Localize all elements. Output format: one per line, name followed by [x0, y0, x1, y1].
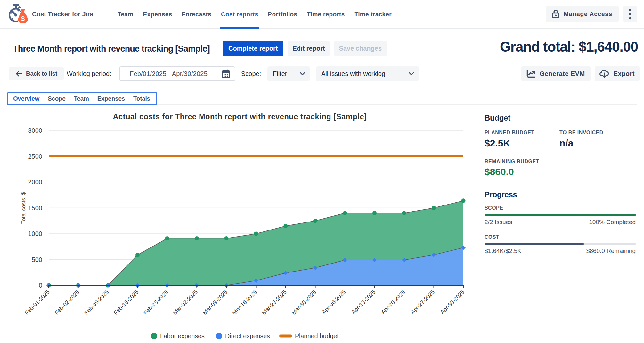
- scope-filter-select[interactable]: Filter: [267, 66, 310, 81]
- y-axis-tick-label: 2000: [28, 179, 43, 186]
- scope-progress-row: 2/2 Issues 100% Completed: [485, 219, 636, 226]
- labor-expenses-marker: [461, 198, 465, 203]
- x-axis-tick-label: Feb-01-2025: [24, 289, 51, 316]
- labor-expenses-marker: [372, 211, 377, 215]
- legend-label-labor: Labor expenses: [160, 332, 205, 339]
- scope-filter-value: Filter: [273, 70, 287, 78]
- cost-tracker-app: $ Cost Tracker for Jira Team Expenses Fo…: [0, 0, 644, 343]
- y-axis-title: Total costs, $: [20, 192, 27, 224]
- report-actions: Complete report Edit report Save changes: [223, 41, 387, 56]
- x-axis-tick-label: Apr-30-2025: [439, 289, 466, 315]
- planned-budget-label: PLANNED BUDGET: [485, 130, 534, 136]
- grand-total: Grand total: $1,640.00: [500, 38, 638, 55]
- y-axis-tick-label: 500: [32, 256, 42, 263]
- x-axis-tick-label: Apr-27-2025: [409, 289, 436, 315]
- manage-access-button[interactable]: Manage Access: [546, 6, 619, 22]
- labor-expenses-marker: [254, 231, 258, 236]
- cloud-download-icon: [599, 69, 609, 78]
- tabs-divider-line: [157, 104, 637, 105]
- lock-icon: [552, 10, 559, 18]
- tab-scope[interactable]: Scope: [44, 95, 70, 102]
- manage-access-label: Manage Access: [564, 11, 612, 18]
- chevron-down-icon: [300, 72, 305, 76]
- scope-issues-value: All issues with worklog: [321, 70, 385, 78]
- cost-chart-container: Actual costs for Three Month report with…: [0, 107, 480, 343]
- y-axis-tick-label: 1000: [28, 230, 43, 237]
- cost-progress-label: COST: [485, 234, 499, 240]
- legend-label-planned-budget: Planned budget: [295, 332, 339, 339]
- toolbar-right-actions: Generate EVM Export: [521, 66, 640, 81]
- labor-expenses-marker: [195, 236, 199, 240]
- line-chart-icon: [526, 70, 535, 78]
- legend-item-planned-budget[interactable]: Planned budget: [279, 332, 339, 339]
- back-to-list-label: Back to list: [26, 70, 57, 77]
- scope-progress-left: 2/2 Issues: [485, 219, 512, 226]
- x-axis-tick-label: Mar-16-2025: [231, 289, 258, 316]
- main-nav: Team Expenses Forecasts Cost reports Por…: [113, 0, 396, 29]
- svg-text:$: $: [21, 15, 25, 22]
- cost-progress-row: $1.64K/$2.5K $860.0 Remaining: [485, 247, 636, 255]
- labor-expenses-marker: [165, 236, 169, 240]
- progress-heading: Progress: [485, 190, 517, 199]
- legend-marker-planned-budget: [279, 335, 292, 338]
- tab-totals[interactable]: Totals: [129, 95, 154, 102]
- y-axis-tick-label: 0: [39, 282, 42, 289]
- x-axis-tick-label: Apr-06-2025: [321, 289, 347, 315]
- x-axis-tick-label: Feb-23-2025: [142, 289, 169, 316]
- grand-total-value: $1,640.00: [579, 39, 638, 55]
- app-logo-stopwatch-moneybag-icon: $: [9, 4, 29, 24]
- export-button[interactable]: Export: [595, 66, 640, 81]
- nav-item-team[interactable]: Team: [113, 0, 138, 29]
- report-header-row: Three Month report with revenue tracking…: [0, 40, 644, 57]
- save-changes-button[interactable]: Save changes: [334, 41, 387, 56]
- x-axis-tick-label: Mar-09-2025: [201, 289, 229, 316]
- back-to-list-button[interactable]: Back to list: [9, 67, 64, 80]
- scope-progress-right: 100% Completed: [589, 219, 636, 226]
- y-axis-tick-label: 1500: [28, 205, 43, 212]
- x-axis-tick-label: Mar-30-2025: [290, 289, 317, 316]
- report-tabs-row: Overview Scope Team Expenses Totals: [7, 92, 637, 105]
- labor-expenses-marker: [432, 206, 436, 210]
- labor-expenses-marker: [283, 224, 288, 228]
- chevron-down-icon: [409, 72, 414, 76]
- budget-heading: Budget: [485, 113, 510, 122]
- cost-progress-left: $1.64K/$2.5K: [485, 247, 521, 255]
- legend-item-labor-expenses[interactable]: Labor expenses: [151, 332, 205, 339]
- x-axis-tick-label: Apr-13-2025: [350, 289, 377, 315]
- generate-evm-button[interactable]: Generate EVM: [521, 66, 591, 81]
- nav-item-portfolios[interactable]: Portfolios: [263, 0, 302, 29]
- x-axis-tick-label: Feb-16-2025: [112, 289, 140, 316]
- scope-issues-select[interactable]: All issues with worklog: [316, 66, 419, 81]
- kebab-menu-button[interactable]: [623, 6, 637, 22]
- worklog-period-label: Worklog period:: [67, 66, 111, 81]
- labor-expenses-marker: [224, 236, 228, 240]
- budget-progress-panel: Budget PLANNED BUDGET $2.5K TO BE INVOIC…: [485, 107, 636, 268]
- nav-item-forecasts[interactable]: Forecasts: [177, 0, 216, 29]
- x-axis-tick-label: Mar-23-2025: [261, 289, 288, 316]
- legend-item-direct-expenses[interactable]: Direct expenses: [216, 332, 270, 339]
- legend-marker-labor: [151, 333, 157, 339]
- labor-expenses-marker: [313, 219, 317, 223]
- x-axis-tick-label: Feb-02-2025: [53, 289, 80, 316]
- worklog-period-input[interactable]: Feb/01/2025 - Apr/30/2025: [119, 66, 235, 81]
- to-be-invoiced-value: n/a: [559, 138, 573, 149]
- nav-item-expenses[interactable]: Expenses: [138, 0, 177, 29]
- worklog-period-value: Feb/01/2025 - Apr/30/2025: [130, 70, 208, 78]
- report-title: Three Month report with revenue tracking…: [13, 40, 210, 57]
- remaining-budget-value: $860.0: [485, 166, 514, 177]
- tab-expenses[interactable]: Expenses: [93, 95, 129, 102]
- tab-team[interactable]: Team: [70, 95, 93, 102]
- nav-item-time-reports[interactable]: Time reports: [302, 0, 349, 29]
- x-axis-tick-label: Apr-20-2025: [380, 289, 406, 315]
- nav-item-cost-reports[interactable]: Cost reports: [216, 0, 263, 29]
- nav-item-time-tracker[interactable]: Time tracker: [350, 0, 396, 29]
- export-label: Export: [614, 70, 635, 78]
- x-axis-tick-label: Feb-09-2025: [83, 289, 110, 316]
- labor-expenses-marker: [135, 253, 140, 257]
- cost-chart: Actual costs for Three Month report with…: [0, 107, 480, 343]
- tab-overview[interactable]: Overview: [9, 95, 44, 102]
- app-title: Cost Tracker for Jira: [32, 0, 93, 28]
- header-actions: Manage Access: [546, 6, 637, 22]
- edit-report-button[interactable]: Edit report: [288, 41, 330, 56]
- complete-report-button[interactable]: Complete report: [223, 41, 283, 56]
